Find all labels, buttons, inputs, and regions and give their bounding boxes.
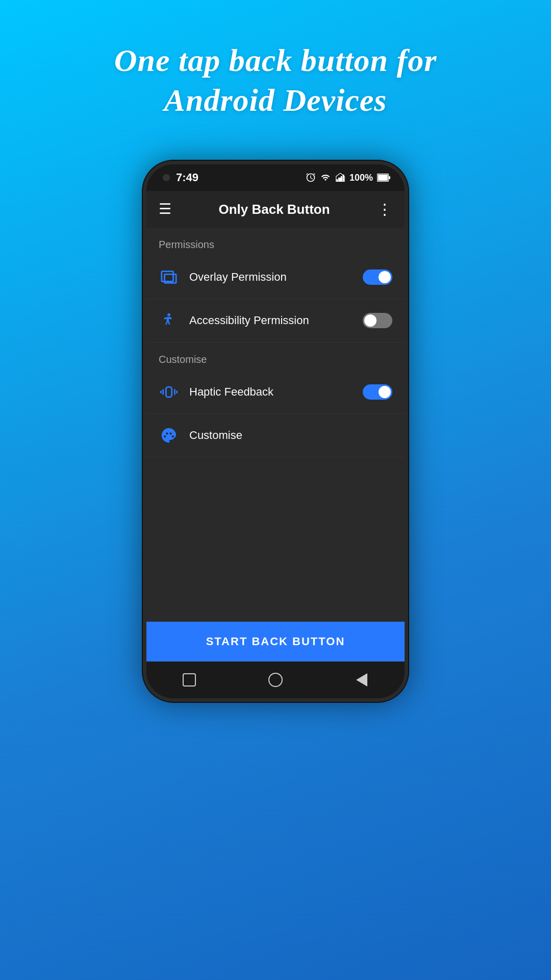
svg-rect-1	[338, 178, 340, 182]
overlay-permission-item: Overlay Permission	[146, 256, 405, 299]
svg-rect-6	[389, 176, 390, 179]
signal-icon	[335, 173, 345, 182]
hamburger-icon[interactable]: ☰	[159, 202, 171, 216]
customise-item[interactable]: Customise	[146, 414, 405, 457]
battery-text: 100%	[349, 173, 373, 183]
accessibility-permission-label: Accessibility Permission	[189, 314, 363, 327]
svg-rect-3	[342, 175, 344, 182]
app-headline: One tap back button for Android Devices	[84, 41, 468, 120]
haptic-icon	[159, 382, 179, 402]
haptic-feedback-label: Haptic Feedback	[189, 385, 363, 399]
nav-back-button[interactable]	[346, 665, 377, 695]
alarm-icon	[306, 173, 316, 183]
accessibility-icon	[159, 310, 179, 331]
wifi-icon	[320, 173, 331, 182]
more-options-icon[interactable]: ⋮	[377, 202, 392, 217]
status-bar: 7:49 100%	[146, 164, 405, 191]
customise-label: Customise	[189, 429, 392, 442]
phone-mockup: 7:49 100%	[143, 161, 408, 702]
app-content: Permissions Overlay Permission	[146, 228, 405, 662]
haptic-feedback-toggle[interactable]	[363, 384, 392, 400]
overlay-icon	[159, 267, 179, 287]
status-right: 100%	[306, 173, 390, 183]
camera-dot	[163, 174, 170, 181]
app-title: Only Back Button	[171, 202, 377, 217]
accessibility-permission-toggle[interactable]	[363, 313, 392, 328]
battery-icon	[377, 174, 390, 182]
overlay-permission-toggle[interactable]	[363, 270, 392, 285]
customise-section-header: Customise	[146, 342, 405, 371]
status-time: 7:49	[176, 171, 198, 184]
palette-icon	[159, 425, 179, 446]
content-spacer	[146, 457, 405, 622]
nav-bar	[146, 662, 405, 698]
permissions-section-header: Permissions	[146, 228, 405, 256]
svg-rect-0	[336, 179, 338, 182]
status-left: 7:49	[163, 171, 198, 184]
app-bar: ☰ Only Back Button ⋮	[146, 191, 405, 228]
svg-rect-5	[378, 175, 388, 181]
start-back-button[interactable]: START BACK BUTTON	[146, 622, 405, 662]
overlay-permission-label: Overlay Permission	[189, 271, 363, 284]
svg-rect-10	[166, 387, 171, 397]
haptic-feedback-item: Haptic Feedback	[146, 371, 405, 414]
svg-rect-2	[341, 176, 342, 182]
svg-point-9	[167, 313, 170, 316]
accessibility-permission-item: Accessibility Permission	[146, 299, 405, 342]
nav-home-button[interactable]	[260, 665, 291, 695]
svg-rect-7	[162, 272, 173, 282]
nav-recents-button[interactable]	[174, 665, 205, 695]
